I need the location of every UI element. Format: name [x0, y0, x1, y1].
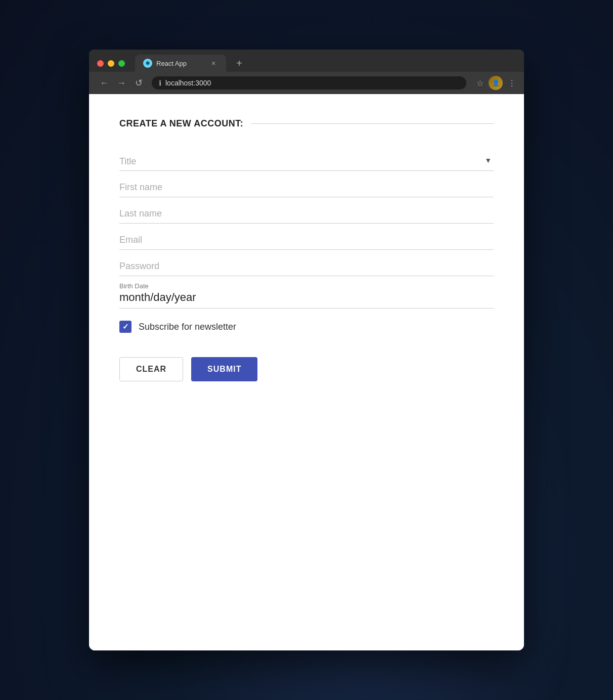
first-name-group — [119, 175, 494, 197]
newsletter-checkbox[interactable]: ✓ — [119, 321, 132, 333]
button-group: CLEAR SUBMIT — [119, 357, 494, 381]
email-group — [119, 228, 494, 250]
birth-date-value[interactable]: month/day/year — [119, 291, 494, 309]
last-name-group — [119, 201, 494, 224]
submit-button[interactable]: SUBMIT — [191, 357, 257, 381]
minimize-traffic-light[interactable] — [108, 60, 114, 67]
first-name-input[interactable] — [119, 175, 494, 197]
info-icon: ℹ — [159, 79, 161, 87]
back-button[interactable]: ← — [97, 76, 111, 90]
reload-button[interactable]: ↺ — [132, 76, 146, 90]
checkmark-icon: ✓ — [122, 322, 129, 331]
menu-icon[interactable]: ⋮ — [508, 78, 516, 88]
newsletter-label: Subscribe for newsletter — [139, 322, 236, 332]
active-tab[interactable]: ⚛ React App × — [135, 55, 226, 72]
url-text: localhost:3000 — [165, 79, 211, 87]
title-field-wrapper: Mr Mrs Ms Dr ▼ Title — [119, 149, 494, 171]
browser-chrome: ⚛ React App × + ← → ↺ ℹ localhost:3000 ☆… — [89, 50, 524, 94]
browser-window: ⚛ React App × + ← → ↺ ℹ localhost:3000 ☆… — [89, 50, 524, 650]
last-name-input[interactable] — [119, 201, 494, 224]
tab-bar: ⚛ React App × + — [89, 50, 524, 72]
maximize-traffic-light[interactable] — [118, 60, 125, 67]
page-content: CREATE A NEW ACCOUNT: Mr Mrs Ms Dr ▼ Tit… — [89, 94, 524, 650]
birth-date-group: Birth Date month/day/year — [119, 282, 494, 309]
password-group — [119, 254, 494, 276]
birth-date-label: Birth Date — [119, 282, 494, 290]
react-favicon: ⚛ — [143, 59, 152, 68]
form-title: CREATE A NEW ACCOUNT: — [119, 118, 243, 129]
bookmark-icon[interactable]: ☆ — [476, 78, 484, 88]
header-divider — [251, 123, 494, 124]
tab-title: React App — [156, 60, 187, 67]
close-traffic-light[interactable] — [97, 60, 104, 67]
email-input[interactable] — [119, 228, 494, 250]
new-tab-button[interactable]: + — [232, 56, 246, 70]
form-header: CREATE A NEW ACCOUNT: — [119, 118, 494, 129]
traffic-lights — [97, 60, 125, 67]
browser-actions: ☆ 👤 ⋮ — [476, 76, 516, 90]
title-select[interactable]: Mr Mrs Ms Dr — [119, 149, 494, 171]
nav-buttons: ← → ↺ — [97, 76, 146, 90]
url-box[interactable]: ℹ localhost:3000 — [152, 76, 466, 90]
address-bar: ← → ↺ ℹ localhost:3000 ☆ 👤 ⋮ — [89, 72, 524, 94]
password-input[interactable] — [119, 254, 494, 276]
avatar[interactable]: 👤 — [489, 76, 503, 90]
tab-close-button[interactable]: × — [209, 59, 218, 68]
clear-button[interactable]: CLEAR — [119, 357, 183, 381]
newsletter-group[interactable]: ✓ Subscribe for newsletter — [119, 321, 494, 333]
forward-button[interactable]: → — [114, 76, 128, 90]
